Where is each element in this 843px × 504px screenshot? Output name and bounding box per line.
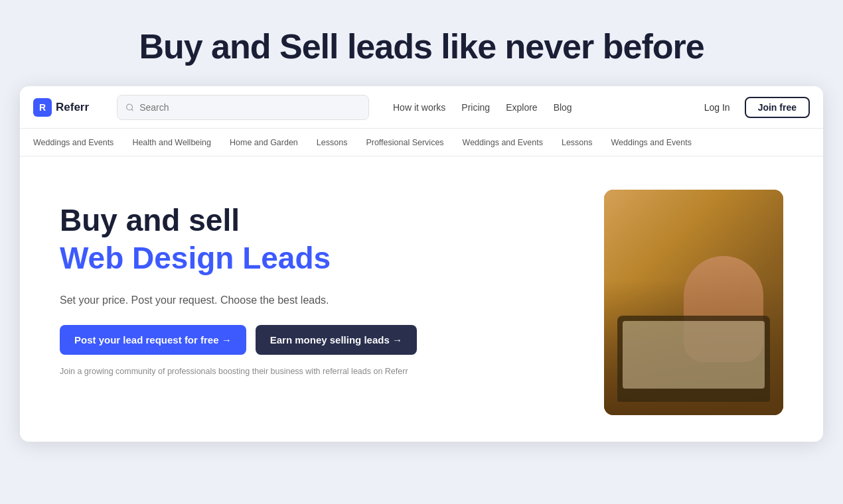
- logo-icon: R: [33, 98, 52, 117]
- logo-area: R Referr: [33, 98, 106, 117]
- login-button[interactable]: Log In: [698, 98, 737, 117]
- hero-left: Buy and sell Web Design Leads Set your p…: [60, 190, 445, 415]
- laptop-shape: [617, 316, 770, 402]
- post-lead-button[interactable]: Post your lead request for free →: [60, 325, 246, 355]
- category-professional[interactable]: Proffesional Services: [366, 138, 443, 147]
- svg-point-0: [127, 104, 133, 110]
- search-icon: [125, 103, 134, 112]
- hero-buttons: Post your lead request for free → Earn m…: [60, 325, 445, 355]
- hero-image: [604, 190, 783, 415]
- search-input[interactable]: [139, 102, 360, 113]
- category-weddings-2[interactable]: Weddings and Events: [463, 138, 543, 147]
- search-bar[interactable]: [117, 95, 369, 120]
- svg-line-1: [131, 109, 133, 110]
- category-health[interactable]: Health and Wellbeing: [132, 138, 211, 147]
- earn-money-button[interactable]: Earn money selling leads →: [256, 325, 417, 355]
- community-text: Join a growing community of professional…: [60, 367, 445, 376]
- nav-actions: Log In Join free: [698, 97, 810, 118]
- category-bar: Weddings and Events Health and Wellbeing…: [20, 129, 823, 157]
- nav-link-explore[interactable]: Explore: [506, 102, 537, 113]
- outer-background: Buy and Sell leads like never before R R…: [0, 0, 843, 462]
- photo-bg: [604, 190, 783, 415]
- logo-text: Referr: [56, 101, 89, 114]
- page-heading: Buy and Sell leads like never before: [20, 27, 823, 66]
- nav-link-blog[interactable]: Blog: [554, 102, 572, 113]
- hero-section: Buy and sell Web Design Leads Set your p…: [20, 157, 823, 442]
- category-lessons-1[interactable]: Lessons: [317, 138, 348, 147]
- category-lessons-2[interactable]: Lessons: [562, 138, 593, 147]
- hero-subtitle: Set your price. Post your request. Choos…: [60, 294, 445, 306]
- hero-title-blue: Web Design Leads: [60, 241, 445, 276]
- nav-link-pricing[interactable]: Pricing: [461, 102, 490, 113]
- hero-title-area: Buy and sell Web Design Leads: [60, 203, 445, 276]
- nav-links: How it works Pricing Explore Blog: [393, 102, 572, 113]
- browser-card: R Referr How it works Pricing Explore Bl…: [20, 86, 823, 442]
- laptop-screen: [623, 321, 765, 389]
- navbar: R Referr How it works Pricing Explore Bl…: [20, 86, 823, 129]
- category-weddings-3[interactable]: Weddings and Events: [611, 138, 692, 147]
- nav-link-how-it-works[interactable]: How it works: [393, 102, 445, 113]
- category-weddings-1[interactable]: Weddings and Events: [33, 138, 114, 147]
- category-home[interactable]: Home and Garden: [230, 138, 298, 147]
- join-button[interactable]: Join free: [745, 97, 810, 118]
- hero-title-plain: Buy and sell: [60, 203, 240, 237]
